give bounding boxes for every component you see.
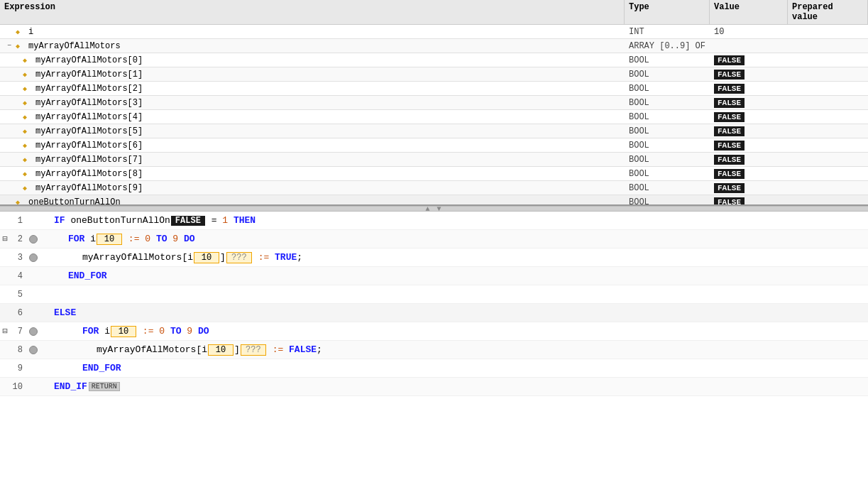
variable-icon [23,155,33,165]
keyword-for: FOR [68,234,84,244]
keyword-end-for-9: END_FOR [82,363,121,373]
expand-placeholder-icon [11,55,21,65]
line-breakpoint-2[interactable] [27,235,40,244]
watch-row[interactable]: myArrayOfAllMotors[0] BOOL FALSE [0,53,868,67]
keyword-else: ELSE [54,307,76,318]
literal-0-2: 0 [145,234,150,244]
keyword-if: IF [54,215,65,226]
value-cell [710,45,788,47]
code-line-8: 8 myArrayOfAllMotors[i 10 ] ??? := FALSE… [0,341,868,359]
watch-row[interactable]: i INT 10 [0,25,868,39]
var-array-3: myArrayOfAllMotors[i [82,252,193,263]
breakpoint-circle-3[interactable] [29,253,38,262]
type-cell: BOOL [625,154,710,165]
type-cell: BOOL [625,197,710,207]
prep-cell [788,145,868,146]
line-breakpoint-7[interactable] [27,327,40,336]
expr-name: myArrayOfAllMotors[7] [35,155,143,165]
line-code-8: myArrayOfAllMotors[i 10 ] ??? := FALSE ; [40,343,868,357]
expand-placeholder-icon [11,155,21,165]
line-number-3: 3 [10,253,27,263]
literal-9-7: 9 [187,326,192,337]
keyword-to: TO [156,234,167,244]
prep-cell [788,31,868,33]
expr-name: myArrayOfAllMotors[9] [35,183,143,193]
line-number-9: 9 [10,363,27,373]
line-breakpoint-8[interactable] [27,346,40,354]
line-number-2: 2 [10,234,27,244]
expr-cell: myArrayOfAllMotors[1] [0,69,625,80]
type-cell: BOOL [625,69,710,80]
literal-9-2: 9 [172,234,178,244]
line-number-8: 8 [10,345,27,355]
code-panel[interactable]: 1 IF oneButtonTurnAllOn FALSE = 1 THEN ⊟… [0,212,868,492]
variable-icon [23,70,33,80]
code-line-7: ⊟ 7 FOR i 10 := 0 TO 9 DO [0,322,868,341]
prep-cell [788,60,868,61]
line-number-4: 4 [10,271,27,281]
line-code-2: FOR i 10 := 0 TO 9 DO [40,232,868,246]
prep-cell [788,187,868,189]
variable-icon [16,27,26,37]
prep-cell [788,74,868,75]
expand-placeholder-icon [4,197,14,207]
expr-cell: myArrayOfAllMotors[5] [0,126,625,137]
expand-placeholder-icon [11,84,21,94]
expr-name: myArrayOfAllMotors[2] [35,84,143,94]
line-code-4: END_FOR [40,269,868,283]
keyword-to-7: TO [170,326,182,337]
variable-icon [23,126,33,136]
operator-eq: = [206,215,222,226]
value-i-2: 10 [97,234,122,245]
prep-cell [788,202,868,203]
watch-row[interactable]: − myArrayOfAllMotors ARRAY [0..9] OF BO.… [0,39,868,53]
watch-row[interactable]: myArrayOfAllMotors[6] BOOL FALSE [0,138,868,153]
collapse-icon[interactable]: − [4,41,14,51]
expr-name: myArrayOfAllMotors[6] [35,141,143,151]
watch-row[interactable]: myArrayOfAllMotors[8] BOOL FALSE [0,167,868,181]
type-cell: BOOL [625,111,710,123]
expr-cell: oneButtonTurnAllOn [0,197,625,207]
prep-cell [788,131,868,132]
type-cell: BOOL [625,168,710,180]
assign-op-7: := [137,326,159,337]
watch-row[interactable]: myArrayOfAllMotors[4] BOOL FALSE [0,110,868,124]
expr-cell: myArrayOfAllMotors[8] [0,168,625,180]
expand-placeholder-icon [4,27,14,37]
watch-row[interactable]: myArrayOfAllMotors[9] BOOL FALSE [0,181,868,195]
code-line-5: 5 [0,285,868,304]
expand-placeholder-icon [11,126,21,136]
breakpoint-circle-7[interactable] [29,327,38,336]
line-code-10: END_IF RETURN [40,380,868,393]
value-cell: FALSE [710,69,788,80]
watch-row[interactable]: myArrayOfAllMotors[1] BOOL FALSE [0,67,868,82]
var-i-2: i [90,234,96,244]
variable-icon [23,98,33,108]
panel-divider[interactable]: ▲ ▼ [0,206,868,212]
watch-row[interactable]: myArrayOfAllMotors[3] BOOL FALSE [0,96,868,110]
code-line-2: ⊟ 2 FOR i 10 := 0 TO 9 DO [0,230,868,248]
type-cell: BOOL [625,55,710,66]
watch-row[interactable]: myArrayOfAllMotors[5] BOOL FALSE [0,124,868,138]
value-cell: FALSE [710,111,788,123]
assign-op-3: := [253,252,275,263]
keyword-then: THEN [234,215,256,226]
expr-cell: myArrayOfAllMotors[6] [0,140,625,151]
line-breakpoint-3[interactable] [27,253,40,262]
code-line-9: 9 END_FOR [0,359,868,378]
watch-row[interactable]: myArrayOfAllMotors[7] BOOL FALSE [0,153,868,167]
assign-op-2: := [123,234,145,244]
value-cell: FALSE [710,197,788,207]
breakpoint-circle-2[interactable] [29,235,38,244]
watch-rows[interactable]: i INT 10 − myArrayOfAllMotors ARRAY [0..… [0,25,868,206]
watch-header: Expression Type Value Prepared value [0,0,868,25]
variable-icon [16,197,26,207]
literal-false-8: FALSE [289,344,317,355]
keyword-end-for: END_FOR [68,270,107,281]
type-cell: BOOL [625,140,710,151]
keyword-do: DO [184,234,195,244]
literal-true-3: TRUE [275,252,297,263]
watch-row[interactable]: myArrayOfAllMotors[2] BOOL FALSE [0,82,868,96]
prep-cell [788,173,868,175]
breakpoint-circle-8[interactable] [29,346,38,354]
